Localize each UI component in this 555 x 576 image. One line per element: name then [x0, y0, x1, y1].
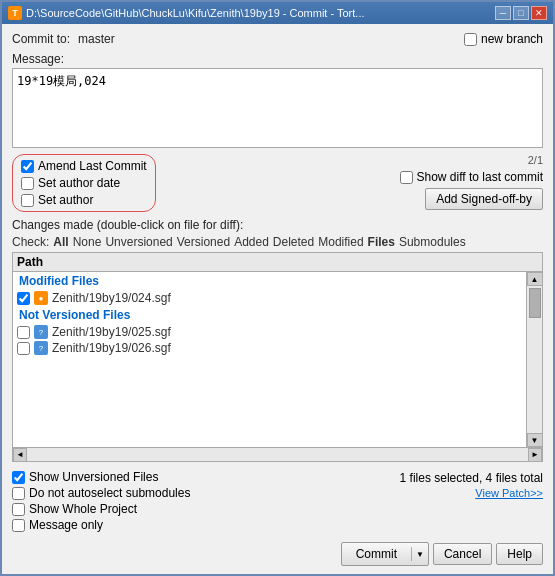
- file-icon-025: ?: [34, 325, 48, 339]
- file-name-025: Zenith/19by19/025.sgf: [52, 325, 171, 339]
- amend-last-commit-label[interactable]: Amend Last Commit: [21, 159, 147, 173]
- view-patch-link[interactable]: View Patch>>: [475, 487, 543, 499]
- cancel-button[interactable]: Cancel: [433, 543, 492, 565]
- no-autoselect-text: Do not autoselect submodules: [29, 486, 190, 500]
- action-buttons: Commit ▼ Cancel Help: [12, 542, 543, 566]
- no-autoselect-checkbox[interactable]: [12, 487, 25, 500]
- table-row[interactable]: ? Zenith/19by19/026.sgf: [13, 340, 526, 356]
- main-window: T D:\SourceCode\GitHub\ChuckLu\Kifu\Zeni…: [0, 0, 555, 576]
- app-icon: T: [8, 6, 22, 20]
- show-whole-project-label[interactable]: Show Whole Project: [12, 502, 543, 516]
- message-label: Message:: [12, 52, 543, 66]
- scroll-down-arrow[interactable]: ▼: [527, 433, 543, 447]
- set-author-date-text: Set author date: [38, 176, 120, 190]
- commit-to-row: Commit to: master new branch: [12, 32, 543, 46]
- branch-value: master: [78, 32, 115, 46]
- scroll-right-arrow[interactable]: ►: [528, 448, 542, 462]
- filter-all[interactable]: All: [53, 235, 68, 249]
- message-only-label[interactable]: Message only: [12, 518, 543, 532]
- filter-row: Check: All None Unversioned Versioned Ad…: [12, 235, 543, 249]
- status-text: 1 files selected, 4 files total: [400, 471, 543, 485]
- new-branch-checkbox[interactable]: [464, 33, 477, 46]
- new-branch-label: new branch: [481, 32, 543, 46]
- filter-versioned[interactable]: Versioned: [177, 235, 230, 249]
- filter-unversioned[interactable]: Unversioned: [105, 235, 172, 249]
- modified-file-icon: ●: [34, 291, 48, 305]
- show-unversioned-checkbox[interactable]: [12, 471, 25, 484]
- content-area: Commit to: master new branch Message: 19…: [2, 24, 553, 574]
- maximize-button[interactable]: □: [513, 6, 529, 20]
- show-diff-text: Show diff to last commit: [417, 170, 544, 184]
- bottom-options: Show Unversioned Files Do not autoselect…: [12, 470, 543, 532]
- file-checkbox-024[interactable]: [17, 292, 30, 305]
- table-row[interactable]: ● Zenith/19by19/024.sgf: [13, 290, 526, 306]
- changes-header: Changes made (double-click on file for d…: [12, 218, 543, 232]
- show-unversioned-text: Show Unversioned Files: [29, 470, 158, 484]
- changes-section: Changes made (double-click on file for d…: [12, 218, 543, 462]
- file-icon-026: ?: [34, 341, 48, 355]
- filter-modified[interactable]: Modified: [318, 235, 363, 249]
- filter-none[interactable]: None: [73, 235, 102, 249]
- show-unversioned-label[interactable]: Show Unversioned Files: [12, 470, 190, 484]
- file-table: Path Modified Files ● Zenith/19by19/024.…: [12, 252, 543, 462]
- amend-last-commit-text: Amend Last Commit: [38, 159, 147, 173]
- set-author-label[interactable]: Set author: [21, 193, 147, 207]
- amend-last-commit-checkbox[interactable]: [21, 160, 34, 173]
- message-only-text: Message only: [29, 518, 103, 532]
- horizontal-scrollbar[interactable]: ◄ ►: [13, 447, 542, 461]
- show-whole-project-text: Show Whole Project: [29, 502, 137, 516]
- commit-button[interactable]: Commit ▼: [341, 542, 429, 566]
- minimize-button[interactable]: ─: [495, 6, 511, 20]
- scroll-left-arrow[interactable]: ◄: [13, 448, 27, 462]
- commit-button-label: Commit: [342, 547, 412, 561]
- commit-to-label: Commit to:: [12, 32, 70, 46]
- filter-added[interactable]: Added: [234, 235, 269, 249]
- file-table-body: Modified Files ● Zenith/19by19/024.sgf N…: [13, 272, 526, 447]
- scroll-track[interactable]: [27, 448, 528, 462]
- show-whole-project-checkbox[interactable]: [12, 503, 25, 516]
- close-button[interactable]: ✕: [531, 6, 547, 20]
- not-versioned-files-group: Not Versioned Files: [13, 306, 526, 324]
- new-branch-checkbox-label[interactable]: new branch: [464, 32, 543, 46]
- show-diff-checkbox[interactable]: [400, 171, 413, 184]
- scroll-up-arrow[interactable]: ▲: [527, 272, 543, 286]
- title-bar: T D:\SourceCode\GitHub\ChuckLu\Kifu\Zeni…: [2, 2, 553, 24]
- amend-group: Amend Last Commit Set author date Set au…: [12, 154, 156, 212]
- filter-deleted[interactable]: Deleted: [273, 235, 314, 249]
- filter-submodules[interactable]: Submodules: [399, 235, 466, 249]
- file-checkbox-026[interactable]: [17, 342, 30, 355]
- window-title: D:\SourceCode\GitHub\ChuckLu\Kifu\Zenith…: [26, 7, 365, 19]
- table-row[interactable]: ? Zenith/19by19/025.sgf: [13, 324, 526, 340]
- no-autoselect-label[interactable]: Do not autoselect submodules: [12, 486, 190, 500]
- file-name-026: Zenith/19by19/026.sgf: [52, 341, 171, 355]
- filter-files[interactable]: Files: [368, 235, 395, 249]
- modified-files-group: Modified Files: [13, 272, 526, 290]
- set-author-checkbox[interactable]: [21, 194, 34, 207]
- help-button[interactable]: Help: [496, 543, 543, 565]
- commit-dropdown-arrow[interactable]: ▼: [412, 550, 428, 559]
- count-badge: 2/1: [528, 154, 543, 166]
- set-author-text: Set author: [38, 193, 93, 207]
- message-input[interactable]: 19*19模局,024: [12, 68, 543, 148]
- file-checkbox-025[interactable]: [17, 326, 30, 339]
- file-name-024: Zenith/19by19/024.sgf: [52, 291, 171, 305]
- file-table-header: Path: [13, 253, 542, 272]
- scroll-thumb[interactable]: [529, 288, 541, 318]
- message-area: Message: 19*19模局,024: [12, 52, 543, 148]
- message-only-checkbox[interactable]: [12, 519, 25, 532]
- check-label: Check:: [12, 235, 49, 249]
- show-diff-label[interactable]: Show diff to last commit: [400, 170, 544, 184]
- add-signed-off-button[interactable]: Add Signed-off-by: [425, 188, 543, 210]
- set-author-date-label[interactable]: Set author date: [21, 176, 147, 190]
- vertical-scrollbar[interactable]: ▲ ▼: [526, 272, 542, 447]
- path-column-header: Path: [17, 255, 43, 269]
- set-author-date-checkbox[interactable]: [21, 177, 34, 190]
